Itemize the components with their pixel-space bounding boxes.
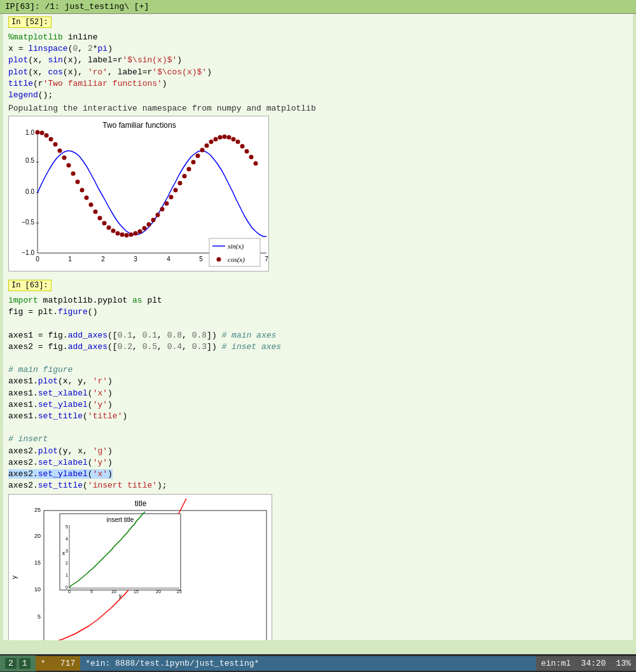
status-mode: ein:ml [536,656,576,671]
code-line: title(r'Two familiar functions') [8,78,628,90]
svg-point-37 [125,233,129,238]
svg-text:0: 0 [68,589,71,594]
svg-point-60 [227,135,232,140]
plot2-ylabel: y [10,575,18,579]
code-line [8,353,628,364]
code-line: axes1.set_title('title') [8,411,628,422]
cell-63-label[interactable]: In [63]: [8,280,52,291]
svg-point-31 [98,216,102,221]
svg-point-46 [165,202,169,206]
svg-point-29 [89,203,93,207]
svg-point-65 [249,155,254,160]
svg-point-27 [80,188,85,193]
svg-text:7: 7 [265,256,268,263]
svg-point-63 [240,144,245,149]
svg-point-47 [169,195,174,200]
svg-text:10: 10 [111,589,116,594]
code-line: axes1.plot(x, y, 'r') [8,376,628,387]
svg-point-56 [209,140,214,144]
status-position: 34:20 [576,656,611,671]
code-line: plot(x, sin(x), label=r'$\sin(x)$') [8,55,628,66]
svg-text:20: 20 [34,533,41,539]
svg-point-17 [36,130,40,135]
notebook: In [52]: %matplotlib inline x = linspace… [3,14,633,640]
svg-point-33 [107,226,111,230]
plot1-title: Two familiar functions [102,121,176,130]
cell-63-code[interactable]: import matplotlib.pyplot as plt fig = pl… [3,294,633,493]
svg-point-52 [191,160,196,165]
code-line: axes1 = fig.add_axes([0.1, 0.1, 0.8, 0.8… [8,330,628,341]
svg-point-28 [85,196,89,200]
svg-text:0: 0 [36,256,39,263]
svg-point-43 [151,218,156,223]
status-filename: *ein: 8888/test.ipynb/just_testing* [80,656,536,671]
svg-point-48 [174,188,178,193]
svg-point-21 [53,142,58,147]
svg-point-54 [200,148,205,153]
svg-point-44 [156,213,160,217]
svg-text:2: 2 [101,256,105,263]
title-bar: IP[63]: /1: just_testing\ [+] [0,0,636,14]
inset-ylabel: x [62,550,66,556]
svg-point-58 [218,135,223,140]
code-line: import matplotlib.pyplot as plt [8,295,628,306]
inset-axes-rect [60,514,181,590]
svg-point-35 [116,231,120,236]
status-percent: 13% [611,656,636,671]
svg-point-24 [67,163,71,168]
svg-text:0.5: 0.5 [25,157,34,164]
svg-text:20: 20 [156,589,161,594]
cell-63: In [63]: import matplotlib.pyplot as plt… [3,277,633,494]
sin-curve [38,151,266,237]
code-line: axes1.set_xlabel('x') [8,388,628,399]
cell-52-code[interactable]: %matplotlib inline x = linspace(0, 2*pi)… [3,31,633,102]
code-line: x = linspace(0, 2*pi) [8,43,628,55]
svg-point-22 [58,149,62,153]
svg-text:5: 5 [199,256,203,263]
plot2-svg: title y x 0 5 10 15 20 25 0 [8,494,272,640]
cos-dots [36,130,258,238]
svg-text:1.0: 1.0 [25,129,34,136]
svg-point-66 [254,161,258,166]
code-line: # main figure [8,364,628,376]
svg-point-25 [71,172,76,176]
svg-text:15: 15 [34,559,41,566]
code-line: axes2.set_xlabel('y') [8,457,628,469]
svg-point-51 [187,167,191,172]
svg-text:3: 3 [66,549,68,553]
svg-point-62 [236,140,240,144]
svg-point-40 [138,230,142,234]
code-line: axes1.set_ylabel('y') [8,399,628,411]
cell-num-1: 2 [5,658,17,669]
svg-text:10: 10 [34,586,41,593]
svg-text:5: 5 [66,525,68,529]
code-line: axes2 = fig.add_axes([0.2, 0.5, 0.4, 0.3… [8,341,628,353]
svg-point-45 [160,207,165,212]
svg-point-26 [76,180,80,184]
svg-text:0.0: 0.0 [25,188,34,195]
plot1-svg: Two familiar functions 1.0 0.5 0.0 [8,116,269,271]
svg-text:25: 25 [34,507,41,513]
status-modified-marker: * 717 [36,656,81,671]
svg-point-34 [111,229,116,233]
cell-52-label[interactable]: In [52]: [8,17,52,28]
svg-text:3: 3 [134,256,137,263]
code-line: axes2.set_title('insert title'); [8,480,628,491]
svg-text:1: 1 [68,256,72,263]
code-line [8,422,628,434]
cell-52: In [52]: %matplotlib inline x = linspace… [3,14,633,116]
svg-point-32 [102,221,107,226]
svg-text:sin(x): sin(x) [228,242,244,250]
svg-text:15: 15 [134,589,139,594]
svg-point-41 [142,226,147,231]
svg-point-55 [205,144,209,148]
code-line: fig = plt.figure() [8,306,628,318]
svg-point-49 [178,181,183,186]
svg-point-23 [62,156,67,160]
svg-point-69 [217,257,221,262]
svg-point-59 [223,135,227,139]
code-line: legend(); [8,90,628,101]
svg-point-20 [49,137,53,142]
svg-point-36 [120,233,125,237]
cell-52-output: Populating the interactive namespace fro… [3,102,633,114]
